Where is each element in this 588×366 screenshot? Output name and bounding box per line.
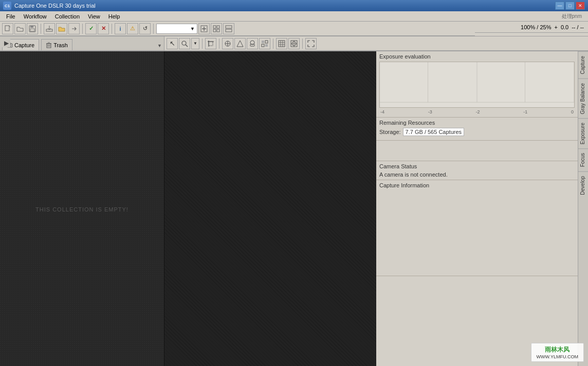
tab-exposure-right[interactable]: Exposure [578, 118, 588, 148]
zoom-level: 100% / 25% [521, 24, 551, 30]
open-button[interactable] [14, 23, 26, 34]
tab-trash-label: Trash [53, 42, 68, 48]
svg-rect-26 [262, 41, 264, 43]
axis-label-4: -4 [380, 109, 384, 114]
plus-button[interactable] [198, 23, 210, 34]
exposure-axis: -4 -3 -2 -1 0 [379, 109, 575, 115]
save-button[interactable] [27, 23, 38, 34]
check-button[interactable]: ✓ [85, 23, 97, 34]
tab-focus[interactable]: Focus [578, 148, 588, 171]
style-dropdown[interactable]: ▼ [156, 24, 197, 34]
camera-status-text: A camera is not connected. [379, 171, 575, 178]
tab-develop[interactable]: Develop [578, 171, 588, 199]
tab-trash[interactable]: Trash [41, 39, 72, 50]
svg-rect-29 [265, 44, 268, 47]
fullscreen-tool[interactable] [305, 38, 317, 49]
main-toolbar: ✓ ✕ i ⚠ ↺ ▼ [0, 22, 475, 36]
svg-rect-10 [217, 29, 219, 32]
info-button[interactable]: i [115, 23, 126, 34]
grid-button[interactable] [211, 23, 222, 34]
left-panel: THIS COLLECTION IS EMPTY! [0, 51, 164, 366]
right-section: Exposure evaluation -4 -3 -2 -1 [376, 51, 588, 366]
app-icon: C1 [3, 2, 11, 10]
grid-view-tool[interactable] [276, 38, 287, 49]
camera-status-title: Camera Status [379, 163, 575, 169]
zoom-bar: 100% / 25% + 0.0 -- / -- [475, 22, 588, 33]
menu-help[interactable]: Help [104, 12, 124, 21]
undo-button[interactable]: ↺ [139, 23, 151, 34]
axis-label-2: -2 [475, 109, 480, 114]
tab-gray-balance[interactable]: Gray Balance [578, 79, 588, 119]
storage-label: Storage: [379, 129, 401, 135]
window-title: Capture One DSLR 30 days trial [14, 3, 555, 9]
folder-button[interactable] [56, 23, 67, 34]
zoom-value: 0.0 [561, 24, 568, 30]
watermark-line1: 雨林木风 [537, 345, 579, 354]
svg-rect-4 [30, 29, 34, 31]
right-panel: Exposure evaluation -4 -3 -2 -1 [376, 51, 578, 366]
svg-marker-23 [237, 41, 243, 47]
watermark: 雨林木风 WWW.YLMFU.COM [531, 343, 584, 362]
new-button[interactable] [2, 23, 13, 34]
svg-rect-9 [213, 29, 216, 32]
tab-dropdown-arrow[interactable]: ▼ [157, 43, 162, 48]
camera-section: Camera Status A camera is not connected. [376, 161, 578, 180]
zoom-plus[interactable]: + [554, 24, 557, 30]
axis-label-1: -1 [523, 109, 527, 114]
cross-button[interactable]: ✕ [98, 23, 109, 34]
close-button[interactable]: ✕ [576, 2, 585, 10]
exposure-chart [379, 62, 575, 108]
capture-info-title: Capture Information [379, 182, 575, 188]
viewer-toolbar: ↖ ▼ [164, 36, 588, 51]
zoom-coords: -- / -- [572, 24, 584, 30]
mask-tool[interactable] [259, 38, 270, 49]
resources-section: Remaining Resources Storage: 7.7 GB / 56… [376, 118, 578, 141]
minimize-button[interactable]: — [555, 2, 564, 10]
svg-rect-0 [5, 26, 9, 31]
arrow-button[interactable] [68, 23, 80, 34]
axis-label-0: 0 [571, 109, 574, 114]
watermark-line2: WWW.YLMFU.COM [537, 354, 579, 359]
svg-rect-3 [30, 26, 33, 28]
right-tabs: Capture Gray Balance Exposure Focus Deve… [578, 51, 588, 366]
exposure-title: Exposure evaluation [379, 53, 575, 60]
menu-view[interactable]: View [84, 12, 104, 21]
storage-row: Storage: 7.7 GB / 565 Captures [379, 128, 575, 136]
title-bar: C1 Capture One DSLR 30 days trial — □ ✕ [0, 0, 588, 11]
zoom-tool[interactable] [179, 38, 190, 49]
import-button[interactable] [44, 23, 55, 34]
svg-line-18 [186, 45, 188, 47]
storage-value: 7.7 GB / 565 Captures [403, 128, 464, 136]
svg-rect-12 [226, 29, 232, 32]
main-layout: THIS COLLECTION IS EMPTY! Exposure evalu… [0, 51, 588, 366]
tab-capture-right[interactable]: Capture [578, 51, 588, 79]
resources-title: Remaining Resources [379, 120, 575, 126]
overlay-tool[interactable] [288, 38, 300, 49]
zoom-dropdown-button[interactable]: ▼ [191, 38, 199, 49]
menu-file[interactable]: File [2, 12, 20, 21]
add-collection-button[interactable]: ▶ [2, 39, 10, 47]
svg-rect-19 [209, 42, 213, 46]
menu-bar: File Workflow Collection View Help 处理pnm [0, 11, 588, 22]
color-picker-tool[interactable] [247, 38, 258, 49]
capture-info-section: Capture Information [376, 180, 578, 276]
exposure-tool[interactable] [222, 38, 233, 49]
cursor-tool[interactable]: ↖ [167, 38, 178, 49]
warning-button[interactable]: ⚠ [127, 23, 138, 34]
svg-point-17 [182, 41, 186, 45]
svg-rect-27 [265, 41, 268, 43]
window-controls: — □ ✕ [555, 2, 585, 10]
center-viewer[interactable] [164, 51, 376, 366]
gray-balance-area [376, 141, 578, 161]
maximize-button[interactable]: □ [565, 2, 575, 10]
menu-workflow[interactable]: Workflow [20, 12, 51, 21]
layout-button[interactable] [223, 23, 234, 34]
crop-tool[interactable] [205, 38, 216, 49]
white-balance-tool[interactable] [234, 38, 246, 49]
svg-rect-30 [279, 41, 285, 47]
menu-collection[interactable]: Collection [51, 12, 84, 21]
svg-rect-8 [217, 26, 219, 28]
trash-icon [46, 42, 52, 48]
empty-collection-text: THIS COLLECTION IS EMPTY! [35, 206, 128, 213]
axis-label-3: -3 [428, 109, 432, 114]
